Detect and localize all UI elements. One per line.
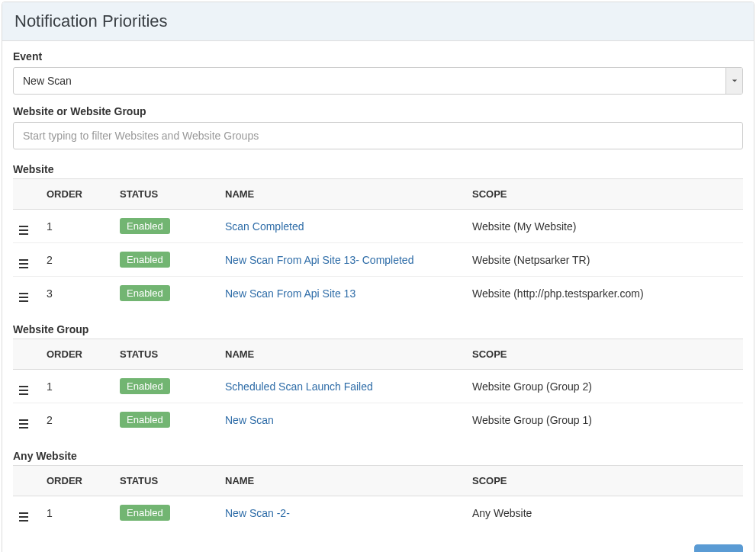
priority-table: ORDERSTATUSNAMESCOPE1EnabledScheduled Sc… [13,339,743,436]
notification-name-link[interactable]: New Scan From Api Site 13 [225,287,355,300]
status-badge: Enabled [120,218,170,234]
event-label: Event [13,50,743,63]
order-cell: 1 [40,496,114,530]
event-select-value: New Scan [14,68,725,94]
scope-cell: Website (http://php.testsparker.com) [466,277,743,310]
drag-handle-icon[interactable] [19,512,28,522]
notification-name-link[interactable]: Scan Completed [225,220,304,233]
chevron-down-icon [725,68,742,94]
notification-priorities-panel: Notification Priorities Event New Scan W… [2,2,754,552]
order-cell: 2 [40,403,114,437]
col-order: ORDER [40,179,114,210]
section-label: Any Website [13,450,743,462]
table-row: 1EnabledNew Scan -2-Any Website [13,496,743,530]
notification-name-link[interactable]: New Scan [225,414,274,426]
website-filter-label: Website or Website Group [13,105,743,117]
website-filter-input[interactable] [13,122,743,149]
status-badge: Enabled [120,285,170,301]
col-status: STATUS [114,339,219,370]
drag-handle-icon[interactable] [19,386,28,395]
priority-table: ORDERSTATUSNAMESCOPE1EnabledScan Complet… [13,178,743,310]
col-name: NAME [219,339,466,370]
col-name: NAME [219,466,466,496]
order-cell: 1 [40,370,114,403]
col-scope: SCOPE [466,179,743,210]
save-button[interactable]: Save [694,544,743,552]
table-row: 2EnabledNew ScanWebsite Group (Group 1) [13,403,743,437]
order-cell: 3 [40,277,114,310]
scope-cell: Website (My Website) [466,210,743,243]
notification-name-link[interactable]: Scheduled Scan Launch Failed [225,380,373,393]
table-row: 2EnabledNew Scan From Api Site 13- Compl… [13,243,743,277]
notification-name-link[interactable]: New Scan From Api Site 13- Completed [225,254,413,266]
section-label: Website [13,163,743,175]
col-scope: SCOPE [466,466,743,496]
status-badge: Enabled [120,505,170,521]
col-scope: SCOPE [466,339,743,370]
order-cell: 2 [40,243,114,277]
col-status: STATUS [114,179,219,210]
scope-cell: Website (Netpsarker TR) [466,243,743,277]
notification-name-link[interactable]: New Scan -2- [225,507,290,519]
drag-handle-icon[interactable] [19,419,28,428]
table-row: 3EnabledNew Scan From Api Site 13Website… [13,277,743,310]
status-badge: Enabled [120,412,170,428]
col-order: ORDER [40,339,114,370]
priority-table: ORDERSTATUSNAMESCOPE1EnabledNew Scan -2-… [13,465,743,529]
panel-header: Notification Priorities [2,2,754,41]
col-name: NAME [219,179,466,210]
order-cell: 1 [40,210,114,243]
scope-cell: Website Group (Group 1) [466,403,743,437]
scope-cell: Website Group (Group 2) [466,370,743,403]
drag-handle-icon[interactable] [19,226,28,235]
drag-handle-icon[interactable] [19,293,28,302]
status-badge: Enabled [120,378,170,394]
table-row: 1EnabledScan CompletedWebsite (My Websit… [13,210,743,243]
page-title: Notification Priorities [14,11,742,31]
table-row: 1EnabledScheduled Scan Launch FailedWebs… [13,370,743,403]
scope-cell: Any Website [466,496,743,530]
event-select[interactable]: New Scan [13,67,743,95]
status-badge: Enabled [120,252,170,268]
section-label: Website Group [13,323,743,335]
col-order: ORDER [40,466,114,496]
drag-handle-icon[interactable] [19,259,28,268]
col-status: STATUS [114,466,219,496]
